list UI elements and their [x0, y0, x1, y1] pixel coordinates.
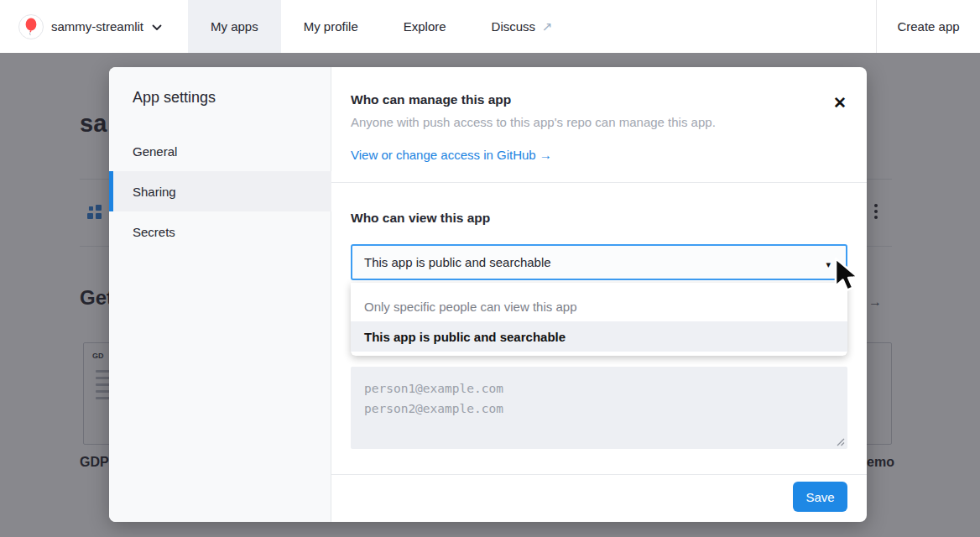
viewer-access-dropdown: Only specific people can view this app T… — [351, 283, 847, 356]
tab-explore[interactable]: Explore — [381, 0, 469, 53]
workspace-name: sammy-streamlit — [51, 19, 143, 34]
chevron-down-icon — [152, 24, 162, 31]
manage-section-title: Who can manage this app — [351, 92, 511, 107]
settings-content: ✕ Who can manage this app Anyone with pu… — [331, 67, 867, 522]
save-button[interactable]: Save — [793, 482, 847, 512]
dropdown-option-public-searchable[interactable]: This app is public and searchable — [351, 321, 847, 352]
section-divider — [331, 182, 867, 183]
viewer-access-select[interactable]: This app is public and searchable ▾ — [351, 244, 847, 280]
footer-divider — [331, 474, 867, 475]
tab-discuss[interactable]: Discuss ↗ — [469, 0, 576, 53]
dropdown-option-specific-people[interactable]: Only specific people can view this app — [351, 291, 847, 321]
sidebar-item-secrets[interactable]: Secrets — [109, 211, 331, 252]
workspace-avatar — [18, 14, 44, 39]
balloon-icon — [23, 18, 39, 36]
viewer-emails-textarea[interactable] — [351, 367, 847, 449]
manage-section-subtitle: Anyone with push access to this app's re… — [351, 115, 716, 129]
tab-my-profile[interactable]: My profile — [281, 0, 381, 53]
caret-down-icon: ▾ — [826, 259, 831, 270]
workspace-switcher[interactable]: sammy-streamlit — [0, 0, 162, 53]
external-link-icon: ↗ — [542, 19, 553, 34]
view-section-title: Who can view this app — [351, 211, 490, 226]
viewer-access-select-value: This app is public and searchable — [364, 255, 551, 269]
sidebar-item-general[interactable]: General — [109, 131, 331, 171]
github-access-link[interactable]: View or change access in GitHub → — [351, 148, 552, 162]
nav-tabs: My apps My profile Explore Discuss ↗ — [188, 0, 576, 53]
app-settings-modal: App settings General Sharing Secrets ✕ W… — [109, 67, 867, 522]
create-app-button[interactable]: Create app — [876, 0, 980, 53]
sidebar-item-sharing[interactable]: Sharing — [109, 171, 331, 211]
sidebar-items: General Sharing Secrets — [109, 131, 331, 252]
close-icon[interactable]: ✕ — [828, 91, 852, 114]
top-navigation: sammy-streamlit My apps My profile Explo… — [0, 0, 980, 53]
settings-sidebar: App settings General Sharing Secrets — [109, 67, 331, 522]
tab-my-apps[interactable]: My apps — [188, 0, 281, 53]
sidebar-title: App settings — [133, 89, 216, 107]
